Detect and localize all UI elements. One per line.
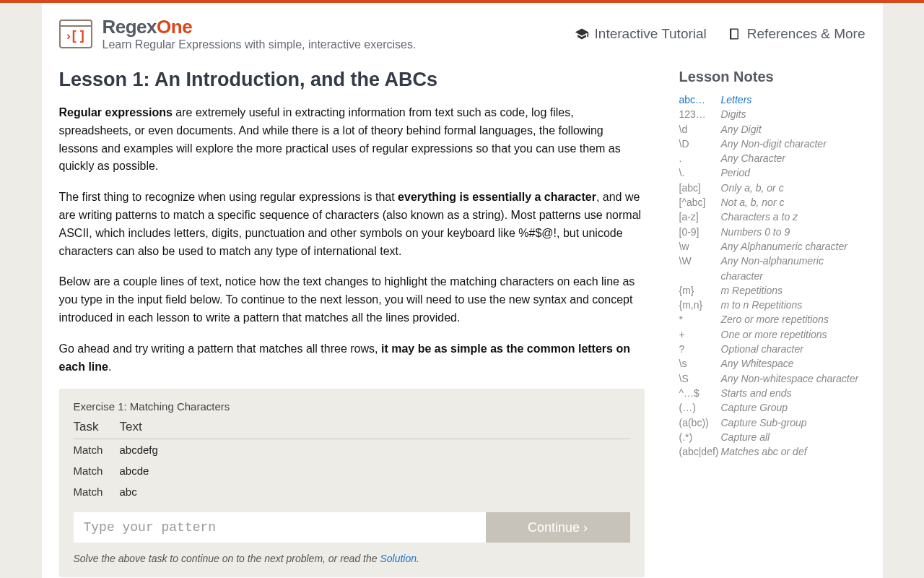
note-description: Numbers 0 to 9	[721, 225, 790, 239]
lesson-note-item[interactable]: (a(bc))Capture Sub-group	[679, 415, 866, 430]
sidebar: Lesson Notes abc…Letters123…Digits\dAny …	[679, 69, 866, 577]
note-pattern: \w	[679, 239, 721, 254]
solution-link[interactable]: Solution	[380, 553, 417, 564]
lesson-note-item[interactable]: (abc|def)Matches abc or def	[679, 444, 866, 459]
note-pattern: \s	[679, 356, 721, 371]
page-container: ›[ ] RegexOne Learn Regular Expressions …	[42, 3, 883, 578]
exercise-table: Task Text MatchabcdefgMatchabcdeMatchabc	[74, 420, 630, 502]
note-description: Any Non-whitespace character	[721, 371, 859, 386]
note-pattern: ?	[679, 342, 721, 356]
text-cell: abcdefg	[120, 444, 158, 456]
note-pattern: (abc|def)	[679, 444, 721, 459]
lesson-note-item[interactable]: {m,n}m to n Repetitions	[679, 298, 866, 312]
lesson-note-item[interactable]: (…)Capture Group	[679, 400, 866, 415]
p4-a: Go ahead and try writing a pattern that …	[59, 342, 381, 355]
lesson-paragraph-1: Regular expressions are extremely useful…	[59, 104, 645, 176]
note-pattern: .	[679, 151, 721, 165]
exercise-title: Exercise 1: Matching Characters	[74, 400, 630, 413]
note-description: Period	[721, 165, 750, 180]
lesson-note-item[interactable]: *Zero or more repetitions	[679, 312, 866, 327]
lesson-note-item[interactable]: ?Optional character	[679, 342, 866, 356]
task-cell: Match	[74, 444, 120, 456]
note-pattern: (…)	[679, 400, 721, 415]
note-description: Any Digit	[721, 122, 762, 137]
note-pattern: \D	[679, 137, 721, 151]
lesson-note-item[interactable]: \.Period	[679, 165, 866, 180]
lesson-notes-list: abc…Letters123…Digits\dAny Digit\DAny No…	[679, 92, 866, 459]
note-description: Starts and ends	[721, 386, 792, 400]
lesson-note-item[interactable]: ^…$Starts and ends	[679, 386, 866, 400]
svg-rect-0	[732, 30, 733, 38]
col-text: Text	[120, 420, 142, 434]
lesson-note-item[interactable]: (.*)Capture all	[679, 430, 866, 444]
note-pattern: [abc]	[679, 181, 721, 195]
bold-term-regex: Regular expressions	[59, 106, 173, 118]
lesson-note-item[interactable]: {m}m Repetitions	[679, 283, 866, 298]
lesson-note-item[interactable]: abc…Letters	[679, 92, 866, 107]
note-description: Any Non-alphanumeric character	[721, 254, 866, 283]
lesson-note-item[interactable]: [abc]Only a, b, or c	[679, 181, 866, 195]
bold-term-character: everything is essentially a character	[398, 191, 596, 203]
note-description: Any Whitespace	[721, 356, 794, 371]
note-pattern: [^abc]	[679, 195, 721, 210]
note-description: One or more repetitions	[721, 327, 827, 342]
brand-tagline: Learn Regular Expressions with simple, i…	[103, 38, 417, 51]
note-description: m Repetitions	[721, 283, 783, 298]
header-nav: Interactive Tutorial References & More	[575, 26, 866, 42]
col-task: Task	[74, 420, 120, 434]
note-description: Only a, b, or c	[721, 181, 784, 195]
note-description: Capture Sub-group	[721, 415, 807, 430]
lesson-paragraph-4: Go ahead and try writing a pattern that …	[59, 340, 645, 376]
exercise-table-header: Task Text	[74, 420, 630, 439]
lesson-note-item[interactable]: +One or more repetitions	[679, 327, 866, 342]
lesson-note-item[interactable]: [0-9]Numbers 0 to 9	[679, 225, 866, 239]
note-description: Any Character	[721, 151, 785, 165]
note-description: Optional character	[721, 342, 803, 356]
table-row: Matchabcdefg	[74, 439, 630, 460]
note-pattern: \S	[679, 371, 721, 386]
lesson-paragraph-2: The first thing to recognize when using …	[59, 189, 645, 260]
exercise-table-body: MatchabcdefgMatchabcdeMatchabc	[74, 439, 630, 502]
lesson-note-item[interactable]: \SAny Non-whitespace character	[679, 371, 866, 386]
lesson-paragraph-3: Below are a couple lines of text, notice…	[59, 273, 645, 327]
header: ›[ ] RegexOne Learn Regular Expressions …	[59, 16, 866, 51]
pattern-input[interactable]	[74, 512, 486, 543]
note-description: Any Alphanumeric character	[721, 239, 847, 254]
note-pattern: \d	[679, 122, 721, 137]
p4-c: .	[108, 361, 111, 373]
logo-icon: ›[ ]	[59, 20, 92, 48]
lesson-note-item[interactable]: [a-z]Characters a to z	[679, 210, 866, 224]
note-description: Capture Group	[721, 400, 788, 415]
lesson-note-item[interactable]: 123…Digits	[679, 107, 866, 121]
nav-tutorial-link[interactable]: Interactive Tutorial	[575, 26, 707, 42]
lesson-note-item[interactable]: \wAny Alphanumeric character	[679, 239, 866, 254]
book-icon	[727, 27, 741, 41]
exercise-hint: Solve the above task to continue on to t…	[74, 553, 630, 564]
brand-name-a: Regex	[103, 16, 157, 38]
main-column: Lesson 1: An Introduction, and the ABCs …	[59, 69, 645, 577]
lesson-note-item[interactable]: \WAny Non-alphanumeric character	[679, 254, 866, 283]
lesson-note-item[interactable]: [^abc]Not a, b, nor c	[679, 195, 866, 210]
note-description: m to n Repetitions	[721, 298, 803, 312]
continue-button[interactable]: Continue ›	[486, 512, 630, 543]
brand-block[interactable]: ›[ ] RegexOne Learn Regular Expressions …	[59, 16, 417, 51]
note-description: Characters a to z	[721, 210, 798, 224]
note-pattern: ^…$	[679, 386, 721, 400]
note-description: Any Non-digit character	[721, 137, 827, 151]
lesson-note-item[interactable]: .Any Character	[679, 151, 866, 165]
sidebar-title: Lesson Notes	[679, 69, 866, 85]
note-pattern: {m,n}	[679, 298, 721, 312]
nav-references-label: References & More	[747, 26, 866, 42]
lesson-note-item[interactable]: \dAny Digit	[679, 122, 866, 137]
note-description: Not a, b, nor c	[721, 195, 785, 210]
hint-period: .	[417, 553, 419, 564]
note-description: Zero or more repetitions	[721, 312, 829, 327]
nav-references-link[interactable]: References & More	[727, 26, 866, 42]
hint-text: Solve the above task to continue on to t…	[74, 553, 380, 564]
text-cell: abc	[120, 486, 137, 498]
lesson-note-item[interactable]: \DAny Non-digit character	[679, 137, 866, 151]
note-pattern: \W	[679, 254, 721, 283]
lesson-note-item[interactable]: \sAny Whitespace	[679, 356, 866, 371]
note-pattern: *	[679, 312, 721, 327]
table-row: Matchabc	[74, 481, 630, 502]
